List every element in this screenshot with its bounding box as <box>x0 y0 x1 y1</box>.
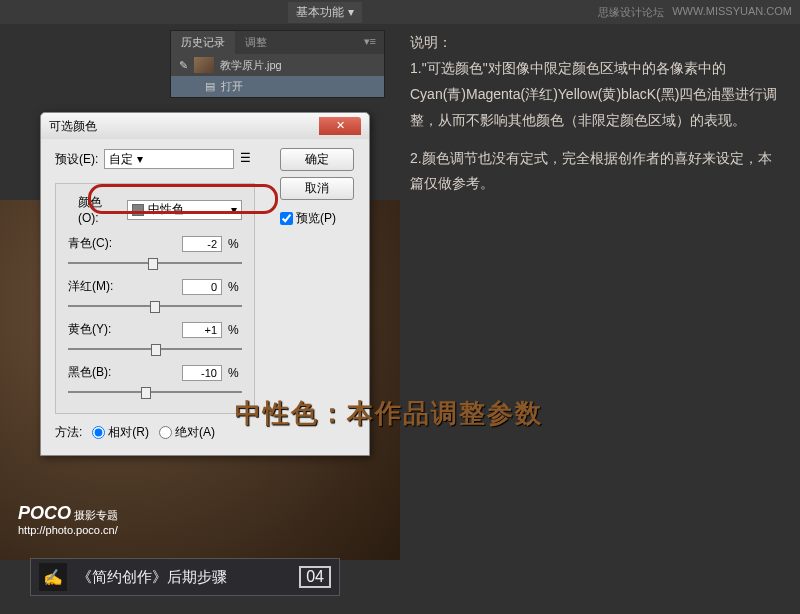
yellow-input[interactable] <box>182 322 222 338</box>
cyan-input[interactable] <box>182 236 222 252</box>
swatch-icon <box>132 204 144 216</box>
preset-menu-icon[interactable]: ☰ <box>240 151 256 167</box>
tutorial-footer: ✍ 《简约创作》后期步骤 04 <box>30 558 340 596</box>
app-top-bar: 基本功能 ▾ 思缘设计论坛 WWW.MISSYUAN.COM <box>0 0 800 24</box>
history-step[interactable]: ▤ 打开 <box>171 76 384 97</box>
black-input[interactable] <box>182 365 222 381</box>
workspace-dropdown[interactable]: 基本功能 ▾ <box>288 2 362 23</box>
poco-watermark: POCO 摄影专题 http://photo.poco.cn/ <box>18 503 118 536</box>
preset-select[interactable]: 自定 ▾ <box>104 149 234 169</box>
magenta-slider[interactable] <box>68 297 242 315</box>
open-icon: ▤ <box>205 80 215 93</box>
brand-url: WWW.MISSYUAN.COM <box>672 5 792 20</box>
history-label: 打开 <box>221 79 243 94</box>
method-relative[interactable]: 相对(R) <box>92 424 149 441</box>
thumbnail <box>194 57 214 73</box>
cyan-label: 青色(C): <box>68 235 123 252</box>
yellow-slider[interactable] <box>68 340 242 358</box>
tutorial-title: 《简约创作》后期步骤 <box>77 568 227 587</box>
tool-icon: ✍ <box>39 563 67 591</box>
close-icon[interactable]: ✕ <box>319 117 361 135</box>
color-label: 颜色(O): <box>78 194 121 225</box>
ok-button[interactable]: 确定 <box>280 148 354 171</box>
history-label: 教学原片.jpg <box>220 58 282 73</box>
color-select[interactable]: 中性色 ▾ <box>127 200 242 220</box>
dialog-title-text: 可选颜色 <box>49 118 97 135</box>
chevron-down-icon: ▾ <box>231 203 237 217</box>
preset-label: 预设(E): <box>55 151 98 168</box>
cancel-button[interactable]: 取消 <box>280 177 354 200</box>
chevron-down-icon: ▾ <box>137 152 143 166</box>
magenta-input[interactable] <box>182 279 222 295</box>
black-slider[interactable] <box>68 383 242 401</box>
method-absolute[interactable]: 绝对(A) <box>159 424 215 441</box>
cyan-slider[interactable] <box>68 254 242 272</box>
chevron-down-icon: ▾ <box>348 5 354 19</box>
brand-text: 思缘设计论坛 <box>598 5 664 20</box>
yellow-label: 黄色(Y): <box>68 321 123 338</box>
tab-adjust[interactable]: 调整 <box>235 31 277 54</box>
history-panel: 历史记录 调整 ▾≡ ✎ 教学原片.jpg ▤ 打开 <box>170 30 385 98</box>
tab-history[interactable]: 历史记录 <box>171 31 235 54</box>
method-label: 方法: <box>55 424 82 441</box>
brush-icon: ✎ <box>179 59 188 72</box>
dialog-titlebar[interactable]: 可选颜色 ✕ <box>41 113 369 139</box>
annotation-title: 中性色：本作品调整参数 <box>235 396 543 431</box>
magenta-label: 洋红(M): <box>68 278 123 295</box>
explanation-text: 说明： 1."可选颜色"对图像中限定颜色区域中的各像素中的Cyan(青)Mage… <box>410 30 785 197</box>
history-root[interactable]: ✎ 教学原片.jpg <box>171 54 384 76</box>
step-number: 04 <box>299 566 331 588</box>
black-label: 黑色(B): <box>68 364 123 381</box>
workspace-label: 基本功能 <box>296 4 344 21</box>
preview-checkbox[interactable]: 预览(P) <box>280 210 354 227</box>
panel-menu-icon[interactable]: ▾≡ <box>356 31 384 54</box>
